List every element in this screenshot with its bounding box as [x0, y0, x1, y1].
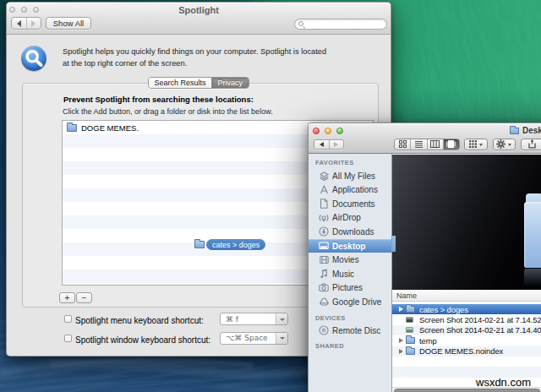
description-line-2: at the top right corner of the screen. — [63, 57, 326, 69]
google-drive-icon — [319, 297, 329, 307]
menu-shortcut-value: ⌘ f — [221, 315, 276, 324]
tab-search-results[interactable]: Search Results — [149, 78, 211, 88]
disclosure-triangle-icon[interactable] — [399, 338, 403, 343]
add-location-button[interactable]: + — [59, 292, 75, 303]
list-header[interactable]: Name — [392, 290, 541, 302]
folder-glyph — [406, 348, 415, 355]
menu-shortcut-checkbox[interactable] — [64, 315, 72, 323]
downloads-glyph — [319, 226, 329, 237]
sidebar-item-pictures[interactable]: Pictures — [309, 281, 391, 295]
privacy-subheading: Click the Add button, or drag a folder o… — [63, 107, 273, 116]
menu-shortcut-dropdown[interactable]: ⌘ f — [220, 313, 288, 325]
folder-icon — [406, 348, 416, 355]
forward-icon — [31, 20, 36, 27]
file-row-screenshot-1[interactable]: Screen Shot 2014-02-21 at 7.14.52 — [392, 314, 541, 324]
window-shortcut-dropdown[interactable]: ⌥⌘ Space — [220, 332, 288, 345]
menu-shortcut-label: Spotlight menu keyboard shortcut: — [75, 316, 204, 325]
icon-view-button[interactable] — [395, 139, 410, 150]
preferences-search-field[interactable] — [294, 19, 387, 30]
view-mode-control — [394, 139, 460, 150]
dropdown-arrow-button[interactable] — [276, 313, 287, 324]
disclosure-triangle-icon[interactable] — [399, 349, 403, 354]
sidebar-item-remote-disc[interactable]: Remote Disc — [309, 324, 391, 337]
window-shortcut-checkbox[interactable] — [64, 335, 72, 342]
remove-location-button[interactable]: − — [76, 292, 92, 303]
action-menu-button[interactable] — [493, 139, 516, 150]
zoom-button[interactable] — [336, 128, 344, 135]
file-row-temp[interactable]: temp — [392, 335, 541, 346]
sidebar-item-desktop[interactable]: Desktop — [309, 239, 391, 253]
movies-icon — [319, 255, 329, 265]
coverflow-folder-reflection — [524, 269, 541, 291]
column-header-name[interactable]: Name — [396, 291, 417, 300]
image-file-icon — [406, 317, 416, 323]
forward-icon — [334, 142, 338, 147]
forward-button[interactable] — [26, 18, 41, 29]
sidebar-section-favorites: FAVORITES — [315, 159, 354, 166]
sidebar-item-google-drive[interactable]: Google Drive — [309, 295, 391, 308]
file-row-cates-doges[interactable]: cates > doges — [392, 304, 541, 314]
share-button[interactable] — [521, 139, 541, 150]
spotlight-description: Spotlight helps you quickly find things … — [63, 46, 326, 69]
sidebar-item-movies[interactable]: Movies — [309, 253, 391, 267]
window-shortcut-value: ⌥⌘ Space — [221, 334, 276, 342]
folder-icon — [67, 124, 77, 132]
sidebar-item-documents[interactable]: Documents — [309, 197, 391, 210]
forward-button[interactable] — [329, 140, 344, 149]
sidebar-item-label: Pictures — [332, 283, 363, 292]
folder-icon — [510, 128, 519, 134]
folder-icon — [406, 306, 416, 313]
empty-row — [392, 357, 541, 367]
sidebar-item-applications[interactable]: Applications — [309, 183, 391, 197]
screenshot-thumbnail-green — [406, 327, 413, 333]
sidebar-item-label: Remote Disc — [332, 326, 380, 335]
coverflow-area[interactable] — [392, 155, 541, 290]
drag-ghost-item[interactable]: cates > doges — [194, 239, 265, 250]
file-name: Screen Shot 2014-02-21 at 7.14.52 — [419, 315, 541, 324]
sidebar-item-label: Movies — [332, 255, 359, 264]
desktop: { "watermark": "wsxdn.com", "icons": { "… — [0, 0, 541, 392]
back-button[interactable] — [12, 18, 26, 29]
finder-content: Name cates > doges Screen Shot 2014-02-2… — [392, 154, 541, 392]
remote-disc-icon — [319, 325, 329, 335]
window-shortcut-label: Spotlight window keyboard shortcut: — [75, 335, 210, 345]
sidebar-item-music[interactable]: Music — [309, 267, 391, 280]
show-all-button[interactable]: Show All — [46, 17, 91, 30]
list-view-button[interactable] — [410, 139, 426, 150]
nav-back-forward-control — [11, 17, 41, 30]
applications-glyph — [320, 185, 329, 194]
tab-privacy[interactable]: Privacy — [211, 78, 249, 88]
disclosure-triangle-icon[interactable] — [399, 307, 403, 312]
file-row-screenshot-2[interactable]: Screen Shot 2014-02-21 at 7.14.40 — [392, 325, 541, 335]
minimize-button[interactable] — [325, 128, 332, 135]
privacy-heading: Prevent Spotlight from searching these l… — [63, 95, 254, 104]
sidebar-item-downloads[interactable]: Downloads — [309, 225, 391, 238]
dropdown-arrow-button[interactable] — [276, 333, 287, 344]
close-button[interactable] — [313, 128, 320, 135]
chevron-down-icon — [280, 337, 285, 340]
sidebar-item-label: Desktop — [332, 242, 365, 251]
column-view-button[interactable] — [427, 139, 443, 150]
folder-glyph — [406, 337, 415, 344]
music-glyph — [320, 269, 328, 279]
spotlight-icon — [21, 46, 46, 71]
coverflow-previous-item — [392, 236, 396, 252]
scrollbar-thumb[interactable] — [394, 389, 540, 392]
coverflow-view-button[interactable] — [443, 139, 459, 150]
sidebar-item-label: Applications — [332, 185, 378, 194]
folder-glyph — [406, 306, 415, 313]
sidebar-item-all-my-files[interactable]: All My Files — [309, 169, 391, 182]
google-drive-glyph — [320, 297, 329, 306]
list-view-icon — [415, 140, 423, 148]
arrange-button[interactable] — [464, 139, 488, 150]
finder-back-forward-control — [314, 139, 344, 150]
finder-titlebar[interactable]: Desktop — [309, 123, 541, 154]
spotlight-titlebar[interactable]: Spotlight Show All — [7, 3, 391, 35]
file-name: temp — [419, 336, 437, 346]
coverflow-folder-icon[interactable] — [524, 193, 541, 268]
sidebar-item-airdrop[interactable]: AirDrop — [309, 211, 391, 225]
file-row-doge-memes[interactable]: DOGE MEMES.noindex — [392, 346, 541, 357]
pictures-glyph — [319, 283, 329, 292]
finder-title-text: Desktop — [522, 126, 541, 135]
back-button[interactable] — [314, 140, 329, 149]
